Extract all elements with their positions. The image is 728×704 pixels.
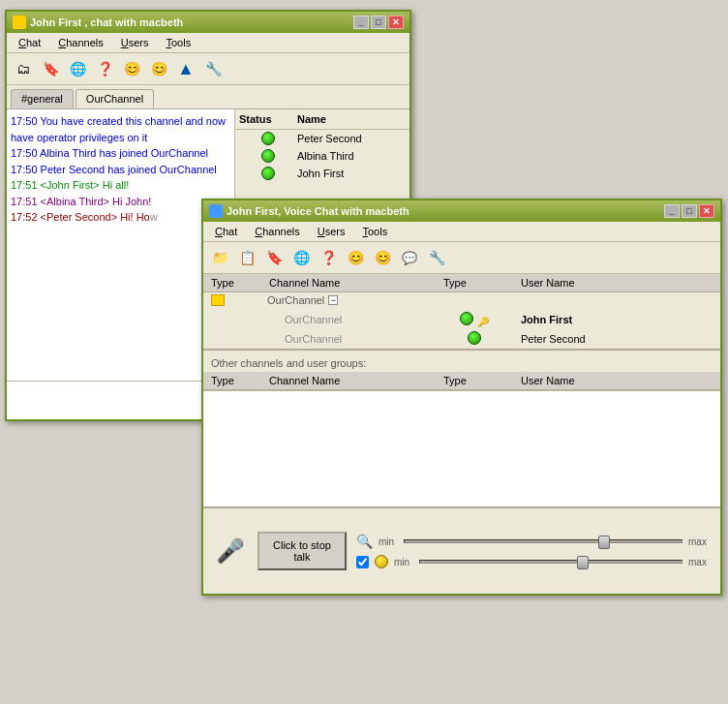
maximize-button[interactable]: □ — [371, 15, 386, 29]
col-username-header: User Name — [513, 274, 720, 292]
voice-menu-tools[interactable]: Tools — [354, 224, 395, 239]
other-col-type2: Type — [436, 372, 513, 390]
user-row-type-2 — [203, 329, 261, 349]
channel-name-text: OurChannel — [267, 294, 324, 306]
mic-icon: 🎤 — [211, 532, 250, 570]
user-item-john[interactable]: John First — [235, 165, 410, 182]
tab-general[interactable]: #general — [11, 89, 74, 108]
voice-menu-chat[interactable]: Chat — [207, 224, 245, 239]
voice-channels-table: Type Channel Name Type User Name OurChan… — [203, 274, 720, 349]
key-icon-john: 🔑 — [477, 317, 489, 327]
message-1: 17:50 You have created this channel and … — [11, 113, 230, 145]
titlebar-left: John First , chat with macbeth — [13, 15, 183, 29]
slider-row-1: 🔍 min max — [356, 534, 713, 549]
close-button[interactable]: ✕ — [388, 15, 404, 29]
toolbar-btn-settings[interactable]: 🔧 — [200, 56, 226, 81]
voice-toolbar-btn-1[interactable]: 📁 — [207, 245, 232, 270]
chat-window-title: John First , chat with macbeth — [30, 16, 183, 28]
voice-toolbar: 📁 📋 🔖 🌐 ❓ 😊 😊 💬 🔧 — [203, 242, 720, 274]
minimize-button[interactable]: _ — [353, 15, 369, 29]
voice-toolbar-btn-2[interactable]: 📋 — [234, 245, 259, 270]
voice-checkbox[interactable] — [356, 556, 369, 568]
menu-channels[interactable]: Channels — [50, 35, 111, 50]
menu-users[interactable]: Users — [113, 35, 157, 50]
voice-toolbar-btn-5[interactable]: ❓ — [316, 245, 341, 270]
voice-spacer — [203, 390, 720, 507]
voice-content-area: Type Channel Name Type User Name OurChan… — [203, 274, 720, 594]
folder-icon — [211, 294, 225, 306]
stop-talk-button[interactable]: Click to stop talk — [258, 532, 347, 570]
voice-toolbar-btn-4[interactable]: 🌐 — [288, 245, 314, 270]
voice-toolbar-btn-9[interactable]: 🔧 — [424, 245, 449, 270]
slider1-max-label: max — [688, 536, 713, 547]
user-name-peter: Peter Second — [297, 133, 406, 144]
slider1-min-label: min — [379, 536, 398, 547]
stop-talk-label: Click to stop talk — [273, 539, 331, 563]
col-type-header: Type — [203, 274, 261, 292]
voice-window-icon — [209, 204, 223, 218]
voice-menu-users[interactable]: Users — [310, 224, 353, 239]
channel-username — [513, 292, 720, 311]
channel-name-cell: OurChannel − — [261, 292, 436, 308]
message-4: 17:51 <John First> Hi all! — [11, 177, 230, 194]
voice-titlebar: John First, Voice Chat with macbeth _ □ … — [203, 200, 720, 222]
user-sub-channel-2: OurChannel — [261, 329, 436, 349]
user-item-albina[interactable]: Albina Third — [235, 147, 410, 165]
user-type-icon-2 — [436, 329, 513, 349]
user-name-peter-voice: Peter Second — [513, 329, 720, 349]
menu-chat[interactable]: Chat — [11, 35, 48, 50]
channel-type2 — [436, 292, 513, 311]
user-name-john-voice: John First — [513, 310, 720, 329]
voice-toolbar-btn-3[interactable]: 🔖 — [261, 245, 287, 270]
other-channels-table: Type Channel Name Type User Name In priv… — [203, 372, 720, 390]
toolbar-btn-6[interactable]: 😊 — [146, 56, 171, 81]
slider-row-2: min max — [356, 555, 713, 568]
slider1-thumb[interactable] — [598, 536, 610, 549]
toolbar-btn-4[interactable]: ❓ — [92, 56, 117, 81]
voice-menu-bar: Chat Channels Users Tools — [203, 222, 720, 242]
user-panel-header: Status Name — [235, 109, 410, 130]
channel-row-ourchannel[interactable]: OurChannel − — [203, 292, 720, 311]
other-col-channel: Channel Name — [261, 372, 436, 390]
other-col-username: User Name — [513, 372, 720, 390]
minus-button[interactable]: − — [328, 295, 338, 305]
voice-toolbar-btn-8[interactable]: 💬 — [397, 245, 422, 270]
user-row-john[interactable]: OurChannel 🔑 John First — [203, 310, 720, 329]
voice-minimize-button[interactable]: _ — [664, 204, 680, 218]
chat-titlebar: John First , chat with macbeth _ □ ✕ — [7, 12, 410, 33]
user-row-peter[interactable]: OurChannel Peter Second — [203, 329, 720, 349]
slider1-track[interactable] — [404, 539, 682, 543]
voice-menu-channels[interactable]: Channels — [247, 224, 308, 239]
other-channels-section: Other channels and user groups: Type Cha… — [203, 349, 720, 390]
message-3: 17:50 Peter Second has joined OurChannel — [11, 162, 230, 178]
voice-chat-window: John First, Voice Chat with macbeth _ □ … — [201, 199, 722, 596]
slider2-thumb[interactable] — [577, 556, 589, 569]
voice-toolbar-btn-7[interactable]: 😊 — [370, 245, 395, 270]
toolbar-btn-accept[interactable]: ▲ — [173, 56, 198, 81]
slider2-track[interactable] — [419, 560, 682, 564]
user-name-john: John First — [297, 168, 406, 179]
chat-titlebar-controls: _ □ ✕ — [353, 15, 404, 29]
voice-toolbar-btn-6[interactable]: 😊 — [343, 245, 368, 270]
user-row-type — [203, 310, 261, 329]
message-2: 17:50 Albina Third has joined OurChannel — [11, 145, 230, 162]
tab-ourchannel[interactable]: OurChannel — [76, 89, 154, 108]
col-channel-header: Channel Name — [261, 274, 436, 292]
chat-window-icon — [13, 15, 26, 29]
toolbar-btn-2[interactable]: 🔖 — [38, 56, 63, 81]
voice-close-button[interactable]: ✕ — [699, 204, 714, 218]
user-sub-channel-1: OurChannel — [261, 310, 436, 329]
status-icon-albina — [261, 149, 275, 163]
toolbar-btn-1[interactable]: 🗂 — [11, 56, 36, 81]
user-item-peter[interactable]: Peter Second — [235, 130, 410, 147]
menu-tools[interactable]: Tools — [158, 35, 198, 50]
chat-menu-bar: Chat Channels Users Tools — [7, 33, 410, 53]
user-status-peter — [468, 331, 481, 345]
user-type-icon-1: 🔑 — [436, 310, 513, 329]
voice-maximize-button[interactable]: □ — [682, 204, 697, 218]
status-icon-peter — [261, 132, 275, 145]
toolbar-btn-3[interactable]: 🌐 — [65, 56, 90, 81]
toolbar-btn-5[interactable]: 😊 — [119, 56, 144, 81]
channel-type-icon — [203, 292, 261, 311]
voice-titlebar-left: John First, Voice Chat with macbeth — [209, 204, 410, 218]
